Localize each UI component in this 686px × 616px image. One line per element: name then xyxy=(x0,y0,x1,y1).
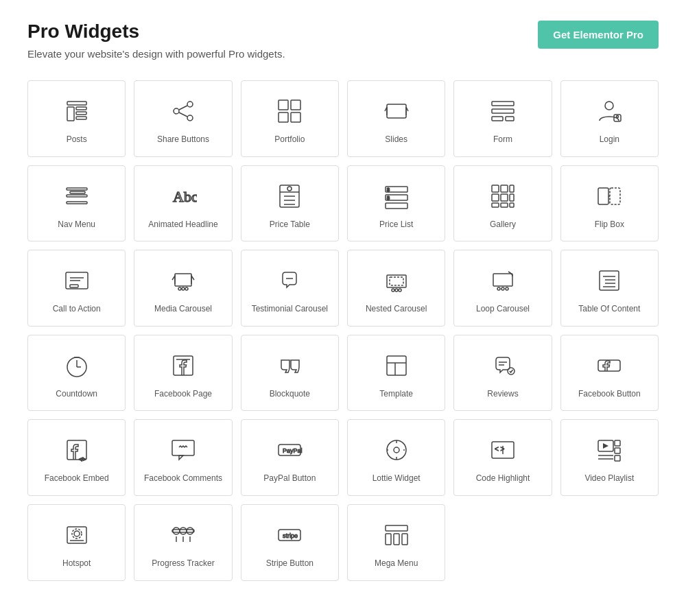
widget-card-testimonial-carousel[interactable]: Testimonial Carousel xyxy=(241,250,339,327)
widget-card-price-table[interactable]: Price Table xyxy=(241,165,339,242)
widget-label-mega-menu: Mega Menu xyxy=(375,558,418,569)
svg-rect-68 xyxy=(600,271,619,290)
svg-text:Abc: Abc xyxy=(173,188,197,205)
get-pro-button[interactable]: Get Elementor Pro xyxy=(538,21,659,49)
lottie-widget-icon xyxy=(380,434,413,466)
widget-label-nested-carousel: Nested Carousel xyxy=(366,304,427,315)
widget-card-facebook-comments[interactable]: Facebook Comments xyxy=(134,419,232,496)
header-left: Pro Widgets Elevate your website's desig… xyxy=(27,21,285,60)
widget-card-gallery[interactable]: Gallery xyxy=(453,165,552,242)
widget-card-form[interactable]: Form xyxy=(453,80,552,157)
widget-label-portfolio: Portfolio xyxy=(274,134,305,145)
widget-card-slides[interactable]: Slides xyxy=(347,80,445,157)
svg-rect-48 xyxy=(610,188,620,204)
widget-card-blockquote[interactable]: Blockquote xyxy=(241,335,339,412)
price-list-icon: $$ xyxy=(380,180,413,213)
widget-card-facebook-button[interactable]: Facebook Button xyxy=(560,335,659,412)
widget-label-loop-carousel: Loop Carousel xyxy=(476,304,530,315)
widget-card-reviews[interactable]: Reviews xyxy=(453,335,552,412)
widget-card-template[interactable]: Template xyxy=(347,335,445,412)
svg-point-21 xyxy=(617,116,619,118)
svg-point-67 xyxy=(506,287,508,290)
svg-rect-120 xyxy=(386,525,407,531)
reviews-icon xyxy=(486,349,519,382)
widget-card-share-buttons[interactable]: Share Buttons xyxy=(134,80,232,157)
widget-label-form: Form xyxy=(493,134,512,145)
widget-card-table-of-content[interactable]: Table Of Content xyxy=(560,250,659,327)
widget-label-video-playlist: Video Playlist xyxy=(584,473,634,484)
widget-label-slides: Slides xyxy=(385,134,407,145)
widget-label-gallery: Gallery xyxy=(490,220,516,230)
svg-marker-101 xyxy=(603,443,608,449)
widget-card-countdown[interactable]: Countdown xyxy=(27,335,126,412)
widget-label-facebook-comments: Facebook Comments xyxy=(144,473,222,484)
template-icon xyxy=(380,349,413,382)
login-icon xyxy=(593,95,626,128)
facebook-comments-icon xyxy=(167,434,200,466)
widget-card-login[interactable]: Login xyxy=(560,80,659,157)
svg-rect-13 xyxy=(291,112,300,122)
widget-label-posts: Posts xyxy=(67,134,87,145)
widget-card-mega-menu[interactable]: Mega Menu xyxy=(347,504,445,581)
svg-text:$: $ xyxy=(387,196,390,200)
widget-card-loop-carousel[interactable]: Loop Carousel xyxy=(453,250,552,327)
widget-label-login: Login xyxy=(600,134,619,145)
widget-label-facebook-embed: Facebook Embed xyxy=(45,473,109,484)
widget-card-animated-headline[interactable]: AbcAnimated Headline xyxy=(134,165,232,242)
widget-card-facebook-page[interactable]: Facebook Page xyxy=(134,335,232,412)
widget-label-lottie-widget: Lottie Widget xyxy=(372,473,421,484)
mega-menu-icon xyxy=(380,519,413,552)
widget-label-animated-headline: Animated Headline xyxy=(148,220,217,230)
svg-rect-47 xyxy=(598,188,608,204)
svg-point-56 xyxy=(182,287,185,290)
widget-card-nav-menu[interactable]: Nav Menu xyxy=(27,165,126,242)
widget-label-flip-box: Flip Box xyxy=(595,220,624,230)
widget-label-table-of-content: Table Of Content xyxy=(578,304,640,315)
svg-rect-15 xyxy=(492,102,514,106)
widget-label-hotspot: Hotspot xyxy=(62,558,91,569)
widget-card-facebook-embed[interactable]: </>Facebook Embed xyxy=(27,419,126,496)
svg-rect-2 xyxy=(76,107,86,110)
widget-card-lottie-widget[interactable]: Lottie Widget xyxy=(347,419,445,496)
svg-line-8 xyxy=(179,106,187,110)
widget-card-posts[interactable]: Posts xyxy=(27,80,126,157)
widget-card-media-carousel[interactable]: Media Carousel xyxy=(134,250,232,327)
widget-card-flip-box[interactable]: Flip Box xyxy=(560,165,659,242)
stripe-button-icon: stripe xyxy=(273,519,306,552)
code-highlight-icon: < > xyxy=(486,434,519,466)
svg-rect-88 xyxy=(172,440,194,455)
paypal-button-icon: PayPal xyxy=(273,434,306,466)
page-header: Pro Widgets Elevate your website's desig… xyxy=(27,21,659,60)
svg-rect-77 xyxy=(174,356,193,375)
svg-rect-23 xyxy=(67,195,87,197)
widget-card-hotspot[interactable]: Hotspot xyxy=(27,504,126,581)
svg-rect-79 xyxy=(387,356,406,375)
widget-card-stripe-button[interactable]: stripeStripe Button xyxy=(241,504,339,581)
widget-label-countdown: Countdown xyxy=(56,389,97,400)
svg-rect-1 xyxy=(67,107,74,121)
svg-point-112 xyxy=(173,528,180,534)
loop-carousel-icon xyxy=(486,264,519,297)
widget-card-portfolio[interactable]: Portfolio xyxy=(241,80,339,157)
testimonial-carousel-icon xyxy=(273,264,306,297)
widget-label-reviews: Reviews xyxy=(487,389,518,400)
widget-card-nested-carousel[interactable]: Nested Carousel xyxy=(347,250,445,327)
share-buttons-icon xyxy=(167,95,200,128)
svg-rect-111 xyxy=(172,530,194,532)
animated-headline-icon: Abc xyxy=(167,180,200,213)
widget-label-stripe-button: Stripe Button xyxy=(266,558,314,569)
widget-label-template: Template xyxy=(379,389,413,400)
svg-rect-14 xyxy=(387,104,406,118)
svg-text:$: $ xyxy=(387,187,390,192)
widget-card-video-playlist[interactable]: Video Playlist xyxy=(560,419,659,496)
page-title: Pro Widgets xyxy=(27,21,285,43)
widget-label-nav-menu: Nav Menu xyxy=(58,220,95,230)
svg-point-92 xyxy=(394,447,399,453)
widget-card-code-highlight[interactable]: < >Code Highlight xyxy=(453,419,552,496)
widget-card-progress-tracker[interactable]: Progress Tracker xyxy=(134,504,232,581)
svg-text:PayPal: PayPal xyxy=(283,447,303,454)
widget-card-price-list[interactable]: $$Price List xyxy=(347,165,445,242)
svg-point-6 xyxy=(174,108,179,114)
widget-card-paypal-button[interactable]: PayPalPayPal Button xyxy=(241,419,339,496)
widget-card-call-to-action[interactable]: Call to Action xyxy=(27,250,126,327)
